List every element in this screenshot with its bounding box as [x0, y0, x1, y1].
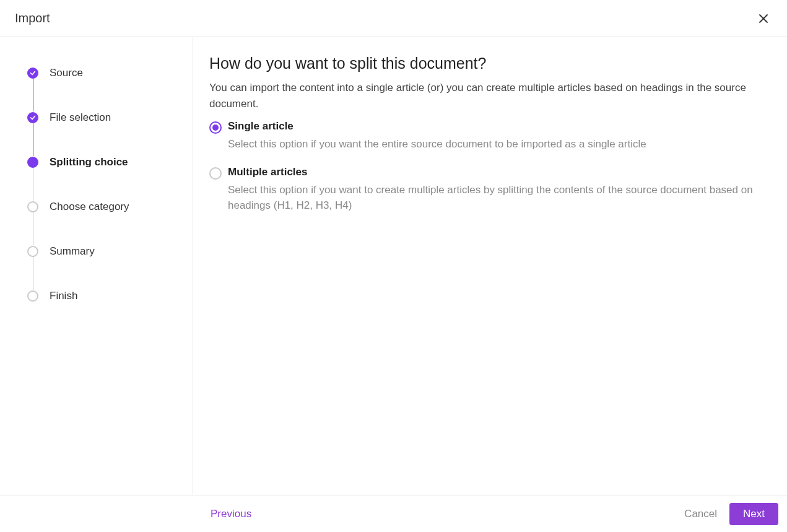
wizard-main: How do you want to split this document? …: [193, 37, 787, 495]
footer-right: Cancel Next: [684, 503, 778, 525]
dialog-body: Source File selection Splitting choice C…: [0, 37, 787, 495]
dialog-title: Import: [15, 11, 50, 25]
close-button[interactable]: [755, 10, 772, 27]
step-label: Splitting choice: [50, 156, 128, 168]
split-option-single[interactable]: Single article Select this option if you…: [209, 120, 772, 152]
option-title: Single article: [228, 120, 772, 133]
wizard-step-source[interactable]: Source: [27, 67, 174, 111]
step-label: File selection: [50, 111, 111, 124]
cancel-button[interactable]: Cancel: [684, 508, 717, 520]
dialog-footer: Previous Cancel Next: [0, 495, 787, 532]
dialog-header: Import: [0, 0, 787, 37]
step-connector: [33, 123, 33, 156]
wizard-step-finish[interactable]: Finish: [27, 290, 174, 302]
step-connector: [33, 256, 33, 290]
step-connector: [33, 78, 33, 111]
step-indicator-icon: [27, 112, 38, 123]
radio-icon: [209, 167, 222, 180]
step-label: Source: [50, 67, 83, 79]
footer-inner: Previous Cancel Next: [193, 503, 778, 525]
step-indicator-icon: [27, 246, 38, 257]
step-indicator-icon: [27, 201, 38, 212]
option-title: Multiple articles: [228, 166, 772, 178]
previous-button[interactable]: Previous: [211, 508, 251, 520]
page-heading: How do you want to split this document?: [209, 55, 772, 72]
option-body: Single article Select this option if you…: [228, 120, 772, 152]
step-indicator-icon: [27, 68, 38, 79]
check-icon: [30, 115, 36, 121]
step-label: Summary: [50, 245, 95, 258]
step-indicator-icon: [27, 157, 38, 168]
check-icon: [30, 70, 36, 76]
wizard-step-splitting-choice[interactable]: Splitting choice: [27, 156, 174, 201]
step-connector: [33, 167, 33, 201]
radio-icon: [209, 121, 222, 134]
wizard-step-summary[interactable]: Summary: [27, 245, 174, 290]
close-icon: [759, 14, 768, 24]
step-label: Finish: [50, 290, 77, 302]
step-connector: [33, 212, 33, 245]
next-button[interactable]: Next: [729, 503, 778, 525]
option-description: Select this option if you want to create…: [228, 182, 772, 214]
split-option-multiple[interactable]: Multiple articles Select this option if …: [209, 166, 772, 214]
wizard-steps: Source File selection Splitting choice C…: [27, 67, 174, 302]
wizard-step-file-selection[interactable]: File selection: [27, 111, 174, 156]
step-label: Choose category: [50, 201, 129, 213]
option-description: Select this option if you want the entir…: [228, 136, 772, 152]
step-indicator-icon: [27, 290, 38, 302]
page-subheading: You can import the content into a single…: [209, 80, 772, 111]
wizard-sidebar: Source File selection Splitting choice C…: [0, 37, 193, 495]
wizard-step-choose-category[interactable]: Choose category: [27, 201, 174, 245]
option-body: Multiple articles Select this option if …: [228, 166, 772, 214]
